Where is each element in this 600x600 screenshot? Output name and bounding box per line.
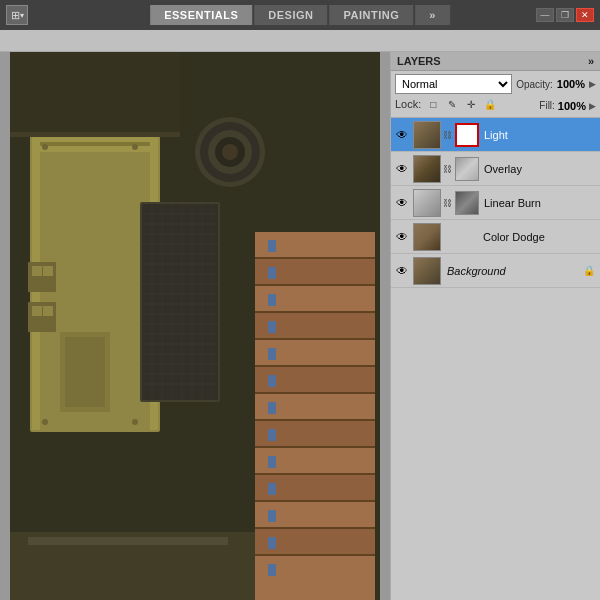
layer-visibility-overlay[interactable]: 👁: [393, 160, 411, 178]
lock-paint-icon[interactable]: ✎: [445, 97, 459, 111]
fill-value: 100%: [558, 100, 586, 112]
secondary-toolbar: [0, 30, 600, 52]
window-controls: — ❐ ✕: [536, 8, 594, 22]
layer-mask-overlay: [455, 157, 479, 181]
layer-thumbnail-colordodge: [413, 223, 441, 251]
lock-icons-row: Lock: □ ✎ ✛ 🔒: [395, 97, 497, 111]
tab-essentials[interactable]: ESSENTIALS: [150, 5, 252, 25]
lock-move-icon[interactable]: ✛: [464, 97, 478, 111]
layer-mask-light: [455, 123, 479, 147]
layer-name-light: Light: [481, 129, 598, 141]
lock-all-icon[interactable]: 🔒: [483, 97, 497, 111]
layers-panel-title: LAYERS: [397, 55, 441, 67]
blend-mode-select[interactable]: Normal: [395, 74, 512, 94]
layer-item-colordodge[interactable]: 👁 Color Dodge: [391, 220, 600, 254]
chain-icon-light: ⛓: [443, 130, 453, 140]
svg-rect-93: [10, 52, 380, 600]
fill-arrow: ▶: [589, 101, 596, 111]
tab-more[interactable]: »: [415, 5, 450, 25]
layer-thumbnail-overlay: [413, 155, 441, 183]
opacity-label: Opacity:: [516, 79, 553, 90]
layer-item-overlay[interactable]: 👁 ⛓ Overlay: [391, 152, 600, 186]
canvas-area: [0, 52, 390, 600]
workspace-icon-btn[interactable]: ⊞ ▾: [6, 5, 28, 25]
opacity-value: 100%: [557, 78, 585, 90]
fill-row: Fill: 100% ▶: [539, 97, 596, 114]
layer-thumbnail-light: [413, 121, 441, 149]
layer-lock-badge-background: 🔒: [583, 265, 595, 276]
layer-visibility-linearburn[interactable]: 👁: [393, 194, 411, 212]
lock-label: Lock:: [395, 98, 421, 110]
layer-item-linearburn[interactable]: 👁 ⛓ Linear Burn: [391, 186, 600, 220]
layer-visibility-colordodge[interactable]: 👁: [393, 228, 411, 246]
layer-item-light[interactable]: 👁 ⛓ Light: [391, 118, 600, 152]
main-toolbar: ⊞ ▾ ESSENTIALS DESIGN PAINTING » — ❐ ✕: [0, 0, 600, 30]
layer-name-overlay: Overlay: [481, 163, 598, 175]
tab-design[interactable]: DESIGN: [254, 5, 327, 25]
layer-thumbnail-background: [413, 257, 441, 285]
chain-icon-linearburn: ⛓: [443, 198, 453, 208]
tab-bar: ESSENTIALS DESIGN PAINTING »: [150, 5, 450, 25]
lock-fill-row: Lock: □ ✎ ✛ 🔒 Fill: 100% ▶: [395, 97, 596, 114]
main-area: LAYERS » Normal Opacity: 100% ▶ Lock: □ …: [0, 52, 600, 600]
layer-item-background[interactable]: 👁 Background 🔒: [391, 254, 600, 288]
layer-name-linearburn: Linear Burn: [481, 197, 598, 209]
layers-controls: Normal Opacity: 100% ▶ Lock: □ ✎ ✛ 🔒 Fil…: [391, 71, 600, 118]
layers-panel-header: LAYERS »: [391, 52, 600, 71]
restore-button[interactable]: ❐: [556, 8, 574, 22]
layer-visibility-background[interactable]: 👁: [393, 262, 411, 280]
workspace-arrow: ▾: [20, 11, 24, 20]
layer-name-background: Background: [443, 265, 583, 277]
fill-label: Fill:: [539, 100, 555, 111]
layers-list: 👁 ⛓ Light 👁 ⛓ Overla: [391, 118, 600, 600]
layer-mask-linearburn: [455, 191, 479, 215]
layers-panel-scroll-arrow[interactable]: »: [588, 55, 594, 67]
chain-icon-overlay: ⛓: [443, 164, 453, 174]
panel-right-arrow: ▶: [589, 79, 596, 89]
lock-checkbox-icon[interactable]: □: [426, 97, 440, 111]
scene-image: [0, 52, 390, 600]
layer-name-colordodge: Color Dodge: [443, 231, 598, 243]
close-button[interactable]: ✕: [576, 8, 594, 22]
workspace-icon: ⊞: [11, 9, 20, 22]
blend-mode-row: Normal Opacity: 100% ▶: [395, 74, 596, 94]
tab-painting[interactable]: PAINTING: [329, 5, 413, 25]
layers-panel: LAYERS » Normal Opacity: 100% ▶ Lock: □ …: [390, 52, 600, 600]
minimize-button[interactable]: —: [536, 8, 554, 22]
layer-visibility-light[interactable]: 👁: [393, 126, 411, 144]
scene-svg: [0, 52, 390, 600]
layer-thumbnail-linearburn: [413, 189, 441, 217]
